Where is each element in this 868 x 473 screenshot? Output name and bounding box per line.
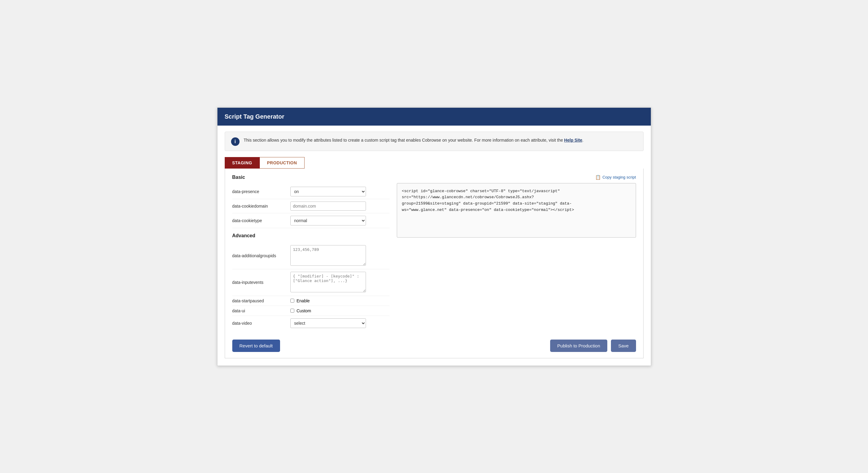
- data-cookietype-select[interactable]: normal session none: [290, 216, 366, 226]
- data-ui-checkbox[interactable]: [290, 309, 294, 313]
- content-panel: Basic data-presence on off data: [225, 169, 644, 358]
- tab-staging[interactable]: STAGING: [225, 157, 260, 169]
- copy-icon: 📋: [595, 175, 601, 180]
- info-box: i This section allows you to modify the …: [225, 131, 644, 151]
- panel-inner: Basic data-presence on off data: [232, 175, 636, 330]
- data-cookietype-row: data-cookietype normal session none: [232, 213, 390, 228]
- app-header: Script Tag Generator: [217, 108, 651, 126]
- right-column: 📋 Copy staging script <script id="glance…: [397, 175, 636, 330]
- data-inputevents-textarea[interactable]: [290, 272, 366, 292]
- data-presence-control: on off: [290, 187, 366, 197]
- data-startpaused-label: data-startpaused: [232, 298, 287, 303]
- help-site-link[interactable]: Help Site: [564, 138, 582, 143]
- data-video-select[interactable]: select on off: [290, 318, 366, 328]
- data-startpaused-control: Enable: [290, 298, 366, 303]
- info-text: This section allows you to modify the at…: [244, 137, 584, 143]
- advanced-section-title: Advanced: [232, 233, 390, 238]
- data-inputevents-row: data-inputevents: [232, 269, 390, 296]
- data-additionalgroupids-label: data-additionalgroupids: [232, 253, 287, 258]
- advanced-section: Advanced data-additionalgroupids data-in…: [232, 233, 390, 330]
- basic-section-title: Basic: [232, 175, 390, 180]
- left-column: Basic data-presence on off data: [232, 175, 390, 330]
- tabs-container: STAGING PRODUCTION: [225, 157, 644, 169]
- save-button[interactable]: Save: [611, 339, 636, 352]
- data-inputevents-control: [290, 272, 366, 293]
- data-presence-select[interactable]: on off: [290, 187, 366, 197]
- button-row: Revert to default Publish to Production …: [232, 336, 636, 352]
- data-startpaused-checkbox-row: Enable: [290, 298, 366, 303]
- data-additionalgroupids-textarea[interactable]: [290, 245, 366, 266]
- data-cookiedomain-row: data-cookiedomain: [232, 199, 390, 213]
- publish-button[interactable]: Publish to Production: [550, 339, 608, 352]
- data-startpaused-row: data-startpaused Enable: [232, 296, 390, 306]
- data-startpaused-checkbox-label: Enable: [297, 298, 310, 303]
- data-ui-control: Custom: [290, 308, 366, 313]
- data-cookiedomain-input[interactable]: [290, 202, 366, 211]
- data-video-control: select on off: [290, 318, 366, 328]
- revert-button[interactable]: Revert to default: [232, 339, 280, 352]
- data-additionalgroupids-row: data-additionalgroupids: [232, 243, 390, 269]
- data-video-row: data-video select on off: [232, 316, 390, 330]
- data-ui-checkbox-row: Custom: [290, 308, 366, 313]
- data-ui-checkbox-label: Custom: [297, 308, 311, 313]
- data-presence-row: data-presence on off: [232, 184, 390, 199]
- data-video-label: data-video: [232, 321, 287, 326]
- data-additionalgroupids-control: [290, 245, 366, 267]
- app-body: i This section allows you to modify the …: [217, 126, 651, 365]
- data-ui-row: data-ui Custom: [232, 306, 390, 316]
- btn-group-right: Publish to Production Save: [550, 339, 636, 352]
- data-cookiedomain-control: [290, 202, 366, 211]
- copy-staging-script-button[interactable]: 📋 Copy staging script: [595, 175, 636, 180]
- data-cookietype-label: data-cookietype: [232, 218, 287, 223]
- data-cookiedomain-label: data-cookiedomain: [232, 204, 287, 208]
- data-presence-label: data-presence: [232, 189, 287, 194]
- data-inputevents-label: data-inputevents: [232, 280, 287, 285]
- tab-production[interactable]: PRODUCTION: [260, 157, 305, 169]
- app-title: Script Tag Generator: [225, 113, 284, 120]
- app-window: Script Tag Generator i This section allo…: [217, 108, 651, 366]
- data-ui-label: data-ui: [232, 308, 287, 313]
- data-cookietype-control: normal session none: [290, 216, 366, 226]
- data-startpaused-checkbox[interactable]: [290, 299, 294, 303]
- info-icon: i: [231, 138, 240, 146]
- script-output: <script id="glance-cobrowse" charset="UT…: [397, 183, 636, 238]
